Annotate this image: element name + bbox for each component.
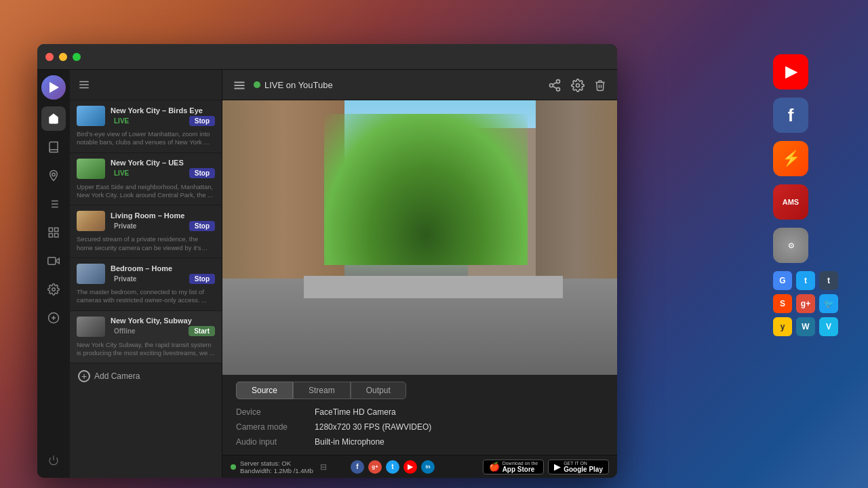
linkedin-link-icon[interactable]: in [421, 460, 435, 474]
svg-rect-12 [48, 258, 56, 265]
titlebar [37, 44, 617, 70]
play-store-icon: ▶ [554, 462, 561, 472]
tab-output[interactable]: Output [351, 382, 406, 399]
target-desktop-icon[interactable]: ⊙ [773, 228, 808, 263]
svg-rect-9 [49, 234, 52, 237]
small-tumblr-icon[interactable]: t [819, 271, 838, 290]
tab-source[interactable]: Source [236, 382, 293, 399]
small-v-icon[interactable]: V [819, 317, 838, 336]
facebook-link-icon[interactable]: f [351, 460, 364, 474]
channel-name-nyc-ues: New York City – UES [111, 159, 215, 167]
google-play-badge[interactable]: ▶ GET IT ON Google Play [548, 460, 609, 474]
stop-button-living-room[interactable]: Stop [189, 221, 215, 231]
app-store-badge[interactable]: 🍎 Download on the App Store [483, 460, 545, 474]
nav-list-icon[interactable] [41, 192, 66, 216]
twitter-link-icon[interactable]: t [386, 460, 399, 474]
facebook-desktop-icon[interactable]: f [773, 98, 808, 133]
tab-stream[interactable]: Stream [293, 382, 351, 399]
device-value: FaceTime HD Camera [315, 407, 604, 417]
small-t-icon[interactable]: t [796, 271, 815, 290]
tab-row: Source Stream Output [236, 382, 604, 399]
minimize-button[interactable] [59, 53, 67, 61]
app-logo[interactable] [41, 75, 66, 100]
channel-item-bedroom[interactable]: Bedroom – Home Private Stop The master b… [70, 258, 222, 311]
app-store-small-text: Download on the [502, 461, 538, 466]
server-status: Server status: OK Bandwidth: 1.2Mb /1.4M… [231, 460, 327, 474]
live-dot [254, 81, 260, 88]
svg-line-27 [553, 86, 557, 88]
status-bar: Server status: OK Bandwidth: 1.2Mb /1.4M… [222, 455, 617, 478]
audio-value: Built-in Microphone [315, 437, 604, 447]
settings-icon[interactable] [571, 77, 585, 92]
small-icons-row: G t t S g+ 🐦 y W V [773, 271, 854, 336]
nav-grid-icon[interactable] [41, 220, 66, 245]
svg-line-28 [553, 82, 557, 84]
channel-name-nyc-birds: New York City – Birds Eye [111, 106, 215, 115]
nav-location-icon[interactable] [41, 163, 66, 188]
apple-icon: 🍎 [489, 462, 500, 472]
bandwidth-label: Bandwidth: 1.2Mb /1.4Mb [240, 467, 313, 474]
channel-item-nyc-ues[interactable]: New York City – UES LIVE Stop Upper East… [70, 153, 222, 206]
delete-icon[interactable] [594, 77, 606, 92]
channel-thumb-nyc-birds [77, 106, 105, 126]
small-y-icon[interactable]: y [773, 317, 792, 336]
svg-point-13 [52, 288, 56, 291]
thunder-desktop-icon[interactable]: ⚡ [773, 141, 808, 176]
traffic-lights [45, 53, 81, 61]
status-badge-nyc-ues: LIVE [111, 169, 132, 178]
add-camera-button[interactable]: + Add Camera [70, 363, 222, 389]
youtube-desktop-icon[interactable]: ▶ [773, 54, 808, 89]
status-badge-living-room: Private [111, 222, 140, 230]
nav-video-icon[interactable] [41, 249, 66, 273]
channel-item-subway[interactable]: New York City, Subway Offline Start New … [70, 311, 222, 364]
svg-point-24 [557, 79, 560, 83]
power-icon[interactable] [41, 448, 66, 472]
trees [324, 114, 528, 265]
svg-rect-7 [49, 228, 52, 231]
channel-name-bedroom: Bedroom – Home [111, 264, 215, 272]
close-button[interactable] [45, 53, 54, 61]
small-s-icon[interactable]: S [773, 294, 792, 313]
nav-book-icon[interactable] [41, 135, 66, 159]
google-play-small-text: GET IT ON [564, 461, 603, 466]
nav-plus-icon[interactable] [41, 306, 66, 330]
svg-point-26 [557, 87, 560, 91]
store-badges: 🍎 Download on the App Store ▶ GET IT ON … [483, 460, 609, 474]
youtube-link-icon[interactable]: ▶ [403, 460, 417, 474]
nav-home-icon[interactable] [41, 106, 66, 131]
menu-icon[interactable] [233, 79, 245, 91]
small-google-icon[interactable]: G [773, 271, 792, 290]
main-window: New York City – Birds Eye LIVE Stop Bird… [37, 44, 617, 478]
stop-button-nyc-birds[interactable]: Stop [189, 116, 215, 126]
stop-button-bedroom[interactable]: Stop [189, 274, 215, 284]
channel-item-living-room[interactable]: Living Room – Home Private Stop Secured … [70, 205, 222, 258]
channel-item-nyc-birds[interactable]: New York City – Birds Eye LIVE Stop Bird… [70, 100, 222, 153]
svg-point-29 [576, 83, 580, 87]
small-twitter-icon[interactable]: 🐦 [819, 294, 838, 313]
share-icon[interactable] [548, 77, 561, 92]
mode-value: 868x488 30 FPS (RAWVIDEO) [315, 422, 604, 432]
nav-settings-icon[interactable] [41, 277, 66, 302]
channel-thumb-bedroom [77, 264, 105, 284]
status-dot [231, 464, 236, 470]
channel-desc-nyc-birds: Bird's-eye view of Lower Manhattan, zoom… [77, 130, 215, 147]
start-button-subway[interactable]: Start [189, 326, 215, 336]
ams-desktop-icon[interactable]: AMS [773, 184, 808, 220]
gplus-link-icon[interactable]: g+ [368, 460, 382, 474]
channel-thumb-nyc-ues [77, 159, 105, 179]
small-gplus-icon[interactable]: g+ [796, 294, 815, 313]
channel-name-subway: New York City, Subway [111, 317, 215, 325]
social-links: f g+ t ▶ in [351, 460, 435, 474]
status-badge-bedroom: Private [111, 274, 140, 283]
status-badge-nyc-birds: LIVE [111, 117, 132, 125]
nav-sidebar [37, 70, 70, 478]
maximize-button[interactable] [73, 53, 81, 61]
channel-list-header [70, 70, 222, 100]
app-store-big-text: App Store [502, 466, 538, 473]
channel-desc-subway: New York City Subway, the rapid transit … [77, 341, 215, 358]
small-wp-icon[interactable]: W [796, 317, 815, 336]
bottom-panel: Source Stream Output Device FaceTime HD … [222, 375, 617, 455]
mode-label: Camera mode [236, 422, 288, 432]
video-preview [222, 100, 617, 375]
stop-button-nyc-ues[interactable]: Stop [189, 168, 215, 178]
